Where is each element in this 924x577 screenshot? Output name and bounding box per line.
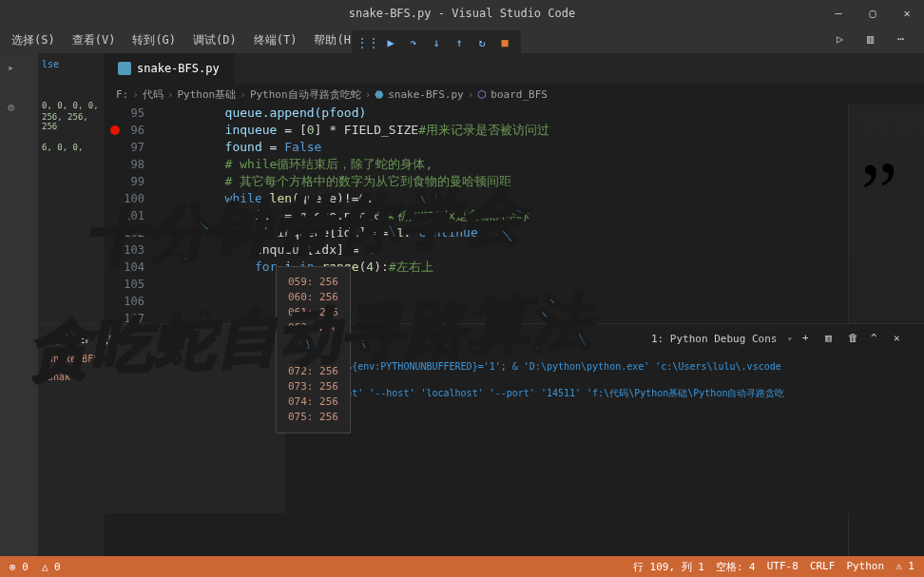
breadcrumbs[interactable]: F:› 代码› Python基础› Python自动寻路贪吃蛇› ⬣ snake… [105,84,924,105]
trash-icon[interactable]: 🗑 [848,332,861,345]
callstack-header[interactable]: 同 STEP 已暂停 [44,330,279,350]
settings-icon[interactable]: ⚙ [8,101,30,124]
activity-bar: ▸ ⚙ [0,53,38,556]
close-button[interactable]: ✕ [897,4,916,23]
sidebar-val: lse [42,57,101,71]
explorer-icon[interactable]: ▸ [8,61,30,84]
terminal-tab-selector[interactable]: 1: Python Debug Cons [651,333,777,345]
run-icon[interactable]: ▷ [837,32,854,49]
callstack-item[interactable]: snake-BFS [44,350,279,368]
window-title: snake-BFS.py - Visual Studio Code [349,7,575,20]
new-terminal-icon[interactable]: + [802,332,816,345]
callstack-panel: 同 STEP 已暂停 snake-BFS snak [38,324,285,513]
sidebar-array3: 6, 0, 0, [42,142,101,153]
status-warnings[interactable]: △ 0 [42,561,61,573]
status-spaces[interactable]: 空格: 4 [716,560,756,574]
close-panel-icon[interactable]: ✕ [894,332,907,345]
stop-icon[interactable]: ■ [496,34,513,51]
more-icon[interactable]: ⋯ [897,32,914,49]
menu-select[interactable]: 选择(S) [4,29,63,52]
callstack-item2[interactable]: snak [44,368,279,386]
editor-tab[interactable]: snake-BFS.py [105,53,234,84]
sidebar-array1: 0, 0, 0, 0, [42,100,101,111]
status-language[interactable]: Python [846,560,884,574]
status-bar: ⊗ 0 △ 0 行 109, 列 1 空格: 4 UTF-8 CRLF Pyth… [0,556,924,577]
sidebar-array2: 256, 256, 256 [42,111,101,132]
terminal-output[interactable]: '; ${env:PYTHONUNBUFFERED}='1'; & 'D:\py… [295,347,914,414]
split-terminal-icon[interactable]: ▥ [825,332,838,345]
debug-hover: 059: 256 060: 256 061: 256 062: 256 072:… [276,266,351,433]
step-over-icon[interactable]: ↷ [405,34,422,51]
menu-terminal[interactable]: 终端(T) [246,29,305,52]
status-bell[interactable]: ⚠ 1 [895,560,914,574]
drag-handle-icon[interactable]: ⋮⋮ [359,34,376,51]
status-encoding[interactable]: UTF-8 [767,560,799,574]
breakpoint-icon[interactable] [110,125,120,135]
step-into-icon[interactable]: ↓ [428,34,445,51]
status-errors[interactable]: ⊗ 0 [10,561,29,573]
menu-debug[interactable]: 调试(D) [185,29,244,52]
menu-view[interactable]: 查看(V) [65,29,124,52]
maximize-button[interactable]: ▢ [863,4,882,23]
restart-icon[interactable]: ↻ [473,34,491,51]
minimize-button[interactable]: — [829,4,848,23]
split-icon[interactable]: ▥ [867,32,884,49]
status-eol[interactable]: CRLF [810,560,836,574]
menu-goto[interactable]: 转到(G) [125,29,183,52]
status-position[interactable]: 行 109, 列 1 [633,560,704,574]
python-file-icon [118,62,131,75]
step-out-icon[interactable]: ↑ [451,34,468,51]
maximize-panel-icon[interactable]: ^ [871,332,884,345]
continue-icon[interactable]: ▶ [382,34,399,51]
debug-toolbar: ⋮⋮ ▶ ↷ ↓ ↑ ↻ ■ [352,30,521,55]
tab-label: snake-BFS.py [137,62,220,75]
